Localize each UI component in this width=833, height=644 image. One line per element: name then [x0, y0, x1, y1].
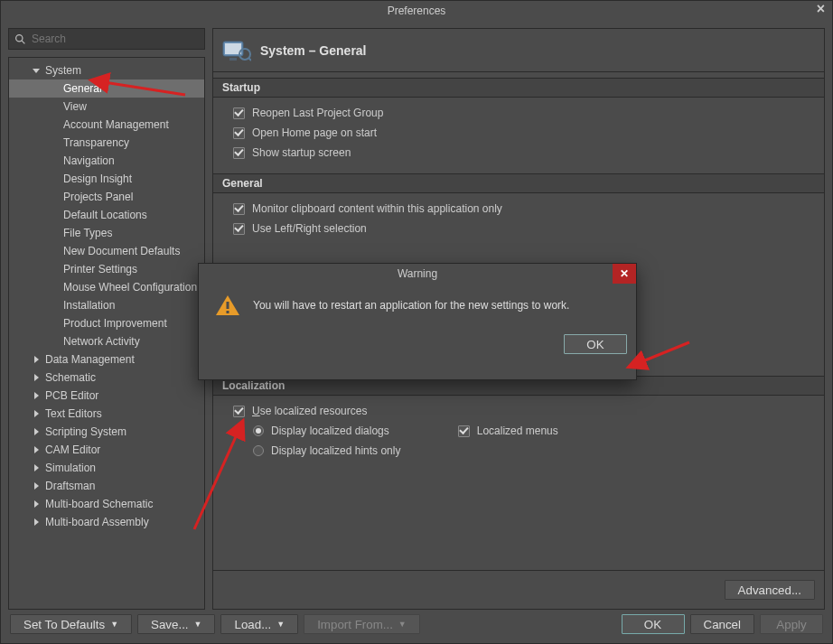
ok-button[interactable]: OK: [622, 614, 685, 634]
advanced-button[interactable]: Advanced...: [725, 580, 815, 600]
dialog-body: You will have to restart an application …: [199, 284, 636, 327]
section-general-header: General: [213, 173, 824, 193]
svg-marker-10: [34, 482, 39, 490]
tree-node-simulation[interactable]: Simulation: [9, 459, 204, 477]
svg-marker-4: [34, 374, 39, 381]
tree-node-new-document-defaults[interactable]: New Document Defaults: [9, 242, 204, 260]
tree-node-cam-editor[interactable]: CAM Editor: [9, 441, 204, 459]
tree-node-product-improvement[interactable]: Product Improvement: [9, 314, 204, 332]
tree-node-schematic[interactable]: Schematic: [9, 369, 204, 387]
tree-node-multi-board-schematic[interactable]: Multi-board Schematic: [9, 495, 204, 513]
checkbox-icon: [233, 127, 245, 139]
svg-line-1: [22, 41, 24, 43]
warning-icon: [215, 294, 240, 316]
chevron-right-icon: [31, 356, 42, 363]
search-input[interactable]: [32, 33, 199, 45]
tree-node-installation[interactable]: Installation: [9, 296, 204, 314]
dialog-ok-button[interactable]: OK: [564, 334, 627, 354]
search-field[interactable]: [8, 28, 205, 50]
section-general-body: Monitor clipboard content within this ap…: [213, 193, 824, 244]
section-startup-body: Reopen Last Project Group Open Home page…: [213, 98, 824, 168]
svg-marker-6: [34, 410, 39, 417]
chevron-right-icon: [31, 410, 42, 417]
dialog-close-button[interactable]: ✕: [613, 264, 636, 284]
window-title: Preferences: [388, 5, 446, 17]
svg-marker-2: [33, 69, 40, 73]
tree-node-design-insight[interactable]: Design Insight: [9, 170, 204, 188]
dialog-title: Warning: [398, 267, 437, 280]
checkbox-reopen-last-project-group[interactable]: Reopen Last Project Group: [233, 107, 804, 119]
tree-node-scripting-system[interactable]: Scripting System: [9, 423, 204, 441]
tree-node-draftsman[interactable]: Draftsman: [9, 477, 204, 495]
checkbox-icon: [458, 425, 470, 437]
tree-node-pcb-editor[interactable]: PCB Editor: [9, 387, 204, 405]
chevron-down-icon: ▼: [276, 620, 285, 629]
window-close-button[interactable]: ×: [817, 1, 825, 17]
checkbox-show-startup-screen[interactable]: Show startup screen: [233, 146, 804, 159]
page-header: System – General: [213, 29, 824, 72]
tree-node-multi-board-assembly[interactable]: Multi-board Assembly: [9, 513, 204, 531]
dialog-message: You will have to restart an application …: [253, 299, 569, 312]
checkbox-use-left-right-selection[interactable]: Use Left/Right selection: [233, 222, 804, 235]
radio-icon: [253, 445, 264, 456]
tree-node-network-activity[interactable]: Network Activity: [9, 332, 204, 350]
advanced-row: Advanced...: [213, 570, 824, 609]
tree-node-navigation[interactable]: Navigation: [9, 152, 204, 170]
search-icon: [14, 33, 26, 45]
tree-node-file-types[interactable]: File Types: [9, 224, 204, 242]
section-startup-header: Startup: [213, 78, 824, 98]
checkbox-use-localized-resources[interactable]: Use localized resources: [233, 405, 804, 417]
cancel-button[interactable]: Cancel: [690, 614, 755, 634]
tree-node-transparency[interactable]: Transparency: [9, 134, 204, 152]
titlebar: Preferences ×: [1, 1, 832, 21]
tree-node-printer-settings[interactable]: Printer Settings: [9, 260, 204, 278]
tree-node-projects-panel[interactable]: Projects Panel: [9, 188, 204, 206]
chevron-right-icon: [31, 464, 42, 471]
checkbox-icon: [233, 203, 245, 215]
preferences-window: Preferences × System General View Accoun…: [0, 0, 833, 644]
svg-rect-20: [227, 311, 229, 313]
dialog-footer: Set To Defaults▼ Save...▼ Load...▼ Impor…: [1, 610, 832, 639]
svg-marker-3: [34, 356, 39, 363]
tree-node-text-editors[interactable]: Text Editors: [9, 405, 204, 423]
chevron-down-icon: ▼: [194, 620, 202, 629]
import-from-button[interactable]: Import From...▼: [304, 614, 420, 634]
preferences-tree[interactable]: System General View Account Management T…: [8, 57, 205, 610]
svg-marker-8: [34, 446, 39, 453]
chevron-right-icon: [31, 518, 42, 526]
tree-node-general[interactable]: General: [9, 79, 204, 98]
checkbox-monitor-clipboard[interactable]: Monitor clipboard content within this ap…: [233, 202, 804, 215]
radio-display-localized-dialogs[interactable]: Display localized dialogs: [253, 425, 389, 437]
load-button[interactable]: Load...▼: [220, 614, 298, 634]
checkbox-icon: [233, 223, 245, 235]
section-localization-body: Use localized resources Display localize…: [213, 396, 824, 466]
chevron-right-icon: [31, 392, 42, 399]
radio-icon: [253, 425, 264, 436]
sidebar: System General View Account Management T…: [8, 28, 205, 610]
apply-button[interactable]: Apply: [760, 614, 823, 634]
chevron-right-icon: [31, 446, 42, 453]
tree-node-default-locations[interactable]: Default Locations: [9, 206, 204, 224]
checkbox-localized-menus[interactable]: Localized menus: [458, 425, 558, 437]
tree-node-system[interactable]: System: [9, 61, 204, 79]
dialog-footer-row: OK: [199, 327, 636, 363]
checkbox-icon: [233, 107, 245, 119]
svg-marker-5: [34, 392, 39, 399]
checkbox-open-home-page[interactable]: Open Home page on start: [233, 126, 804, 139]
tree-node-view[interactable]: View: [9, 98, 204, 116]
svg-point-0: [16, 34, 23, 41]
radio-display-localized-hints-only[interactable]: Display localized hints only: [253, 444, 400, 457]
svg-marker-12: [34, 518, 39, 526]
tree-node-data-management[interactable]: Data Management: [9, 350, 204, 369]
checkbox-icon: [233, 147, 245, 159]
svg-marker-7: [34, 428, 39, 435]
chevron-down-icon: ▼: [110, 620, 118, 629]
svg-line-17: [248, 58, 251, 61]
set-to-defaults-button[interactable]: Set To Defaults▼: [10, 614, 132, 634]
tree-node-mouse-wheel-configuration[interactable]: Mouse Wheel Configuration: [9, 278, 204, 296]
system-general-icon: [222, 38, 251, 63]
svg-rect-15: [229, 58, 237, 61]
tree-node-account-management[interactable]: Account Management: [9, 116, 204, 134]
chevron-down-icon: ▼: [398, 620, 407, 629]
save-button[interactable]: Save...▼: [137, 614, 215, 634]
